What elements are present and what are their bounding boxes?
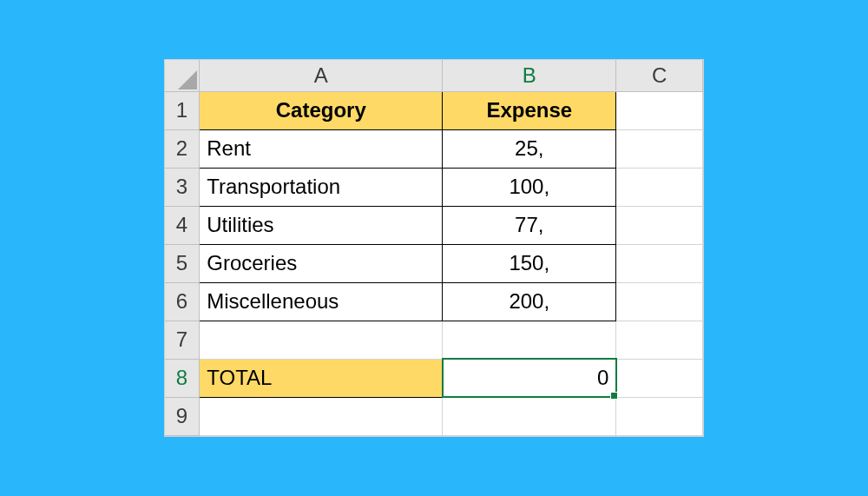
spreadsheet: A B C 1 Category Expense 2 Rent 25, 3 Tr… (164, 59, 705, 437)
row-header-6[interactable]: 6 (165, 282, 200, 321)
cell-A5[interactable]: Groceries (200, 244, 443, 282)
row-header-4[interactable]: 4 (165, 206, 200, 244)
row-header-9[interactable]: 9 (165, 397, 200, 435)
row-header-8[interactable]: 8 (165, 359, 200, 397)
cell-C4[interactable] (616, 206, 703, 244)
cell-C8[interactable] (616, 359, 703, 397)
cell-C7[interactable] (616, 321, 703, 359)
cell-A6[interactable]: Miscelleneous (200, 282, 443, 321)
cell-A8[interactable]: TOTAL (200, 359, 443, 397)
col-header-B[interactable]: B (443, 60, 616, 91)
cell-A9[interactable] (200, 397, 443, 435)
select-all-corner[interactable] (165, 60, 200, 91)
cell-C1[interactable] (616, 91, 703, 129)
cell-B6[interactable]: 200, (443, 282, 616, 321)
cell-B2[interactable]: 25, (443, 129, 616, 168)
row-header-7[interactable]: 7 (165, 321, 200, 359)
cell-A2[interactable]: Rent (200, 129, 443, 168)
cell-A3[interactable]: Transportation (200, 168, 443, 206)
cell-B5[interactable]: 150, (443, 244, 616, 282)
col-header-A[interactable]: A (200, 60, 443, 91)
row-header-3[interactable]: 3 (165, 168, 200, 206)
cell-B4[interactable]: 77, (443, 206, 616, 244)
cell-B3[interactable]: 100, (443, 168, 616, 206)
cell-C9[interactable] (616, 397, 703, 435)
cell-A4[interactable]: Utilities (200, 206, 443, 244)
cell-C5[interactable] (616, 244, 703, 282)
row-header-5[interactable]: 5 (165, 244, 200, 282)
col-header-C[interactable]: C (616, 60, 703, 91)
cell-C3[interactable] (616, 168, 703, 206)
cell-A1[interactable]: Category (200, 91, 443, 129)
cell-A7[interactable] (200, 321, 443, 359)
cell-B8[interactable]: 0 (443, 359, 616, 397)
cell-B9[interactable] (443, 397, 616, 435)
row-header-2[interactable]: 2 (165, 129, 200, 168)
cell-B1[interactable]: Expense (443, 91, 616, 129)
cell-C2[interactable] (616, 129, 703, 168)
row-header-1[interactable]: 1 (165, 91, 200, 129)
cell-B7[interactable] (443, 321, 616, 359)
grid: A B C 1 Category Expense 2 Rent 25, 3 Tr… (165, 60, 704, 436)
cell-C6[interactable] (616, 282, 703, 321)
